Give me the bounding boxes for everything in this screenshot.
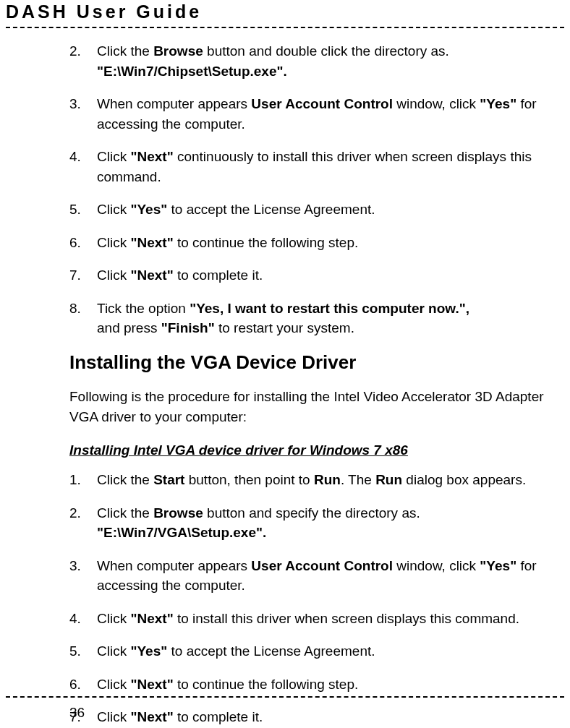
list-body: Click "Yes" to accept the License Agreem…: [97, 200, 558, 220]
steps-list-2: 1.Click the Start button, then point to …: [69, 470, 558, 728]
list-number: 6.: [69, 233, 97, 253]
list-body: Click the Browse button and double click…: [97, 41, 558, 81]
list-item: 3.When computer appears User Account Con…: [69, 556, 558, 596]
list-number: 1.: [69, 470, 97, 490]
list-body: Click "Next" to continue the following s…: [97, 233, 558, 253]
list-item: 2.Click the Browse button and specify th…: [69, 503, 558, 543]
list-body: Click "Next" to continue the following s…: [97, 675, 558, 695]
footer-divider: [6, 696, 564, 698]
list-item: 7.Click "Next" to complete it.: [69, 707, 558, 727]
list-item: 3.When computer appears User Account Con…: [69, 94, 558, 134]
list-item: 5.Click "Yes" to accept the License Agre…: [69, 200, 558, 220]
list-number: 6.: [69, 675, 97, 695]
sub-heading: Installing Intel VGA device driver for W…: [69, 442, 558, 458]
list-body: Click "Next" to complete it.: [97, 265, 558, 286]
list-item: 6.Click "Next" to continue the following…: [69, 233, 558, 253]
list-item: 5.Click "Yes" to accept the License Agre…: [69, 641, 558, 661]
section-heading: Installing the VGA Device Driver: [69, 351, 558, 374]
list-body: Click "Yes" to accept the License Agreem…: [97, 641, 558, 661]
list-number: 5.: [69, 200, 97, 220]
list-item: 8.Tick the option "Yes, I want to restar…: [69, 299, 558, 338]
list-item: 1.Click the Start button, then point to …: [69, 470, 558, 490]
list-body: Click "Next" continuously to install thi…: [97, 147, 558, 187]
list-body: Click the Start button, then point to Ru…: [97, 470, 558, 490]
list-number: 8.: [69, 299, 97, 338]
intro-text: Following is the procedure for installin…: [69, 387, 558, 427]
page-number: 36: [69, 705, 85, 721]
list-body: When computer appears User Account Contr…: [97, 556, 558, 596]
list-body: Click the Browse button and specify the …: [97, 503, 558, 543]
list-item: 7.Click "Next" to complete it.: [69, 265, 558, 286]
header-title: DASH User Guide: [6, 1, 564, 22]
list-item: 6.Click "Next" to continue the following…: [69, 675, 558, 695]
list-item: 2.Click the Browse button and double cli…: [69, 41, 558, 81]
list-body: Click "Next" to install this driver when…: [97, 609, 558, 629]
list-item: 4.Click "Next" continuously to install t…: [69, 147, 558, 187]
list-number: 4.: [69, 147, 97, 187]
list-number: 5.: [69, 641, 97, 661]
list-body: Tick the option "Yes, I want to restart …: [97, 299, 558, 338]
list-number: 3.: [69, 556, 97, 596]
content-area: 2.Click the Browse button and double cli…: [0, 28, 570, 728]
list-number: 2.: [69, 41, 97, 81]
list-item: 4.Click "Next" to install this driver wh…: [69, 609, 558, 629]
list-number: 3.: [69, 94, 97, 134]
list-body: Click "Next" to complete it.: [97, 707, 558, 727]
list-number: 4.: [69, 609, 97, 629]
list-number: 2.: [69, 503, 97, 543]
steps-list-1: 2.Click the Browse button and double cli…: [69, 41, 558, 338]
list-body: When computer appears User Account Contr…: [97, 94, 558, 134]
list-number: 7.: [69, 265, 97, 286]
